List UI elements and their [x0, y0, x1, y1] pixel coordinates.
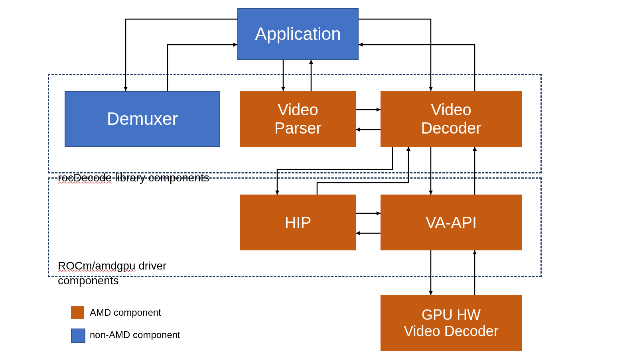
legend-amd-label: AMD component [90, 307, 161, 318]
node-video-decoder: Video Decoder [381, 91, 522, 147]
legend-nonamd-label: non-AMD component [90, 329, 180, 340]
node-video-parser-label: Video Parser [274, 100, 322, 137]
node-video-decoder-label: Video Decoder [421, 100, 481, 137]
legend-nonamd-swatch [71, 329, 85, 343]
group-driver-label: ROCm/amdgpu driver components [58, 244, 217, 288]
node-demuxer: Demuxer [65, 91, 220, 147]
node-gpu-hw-label: GPU HW Video Decoder [404, 307, 499, 340]
node-application: Application [237, 8, 359, 60]
legend-amd-swatch [71, 306, 84, 319]
group-library-label: rocDecode library components [58, 156, 209, 185]
node-vaapi: VA-API [381, 195, 522, 250]
group-driver-name: ROCm/amdgpu [58, 260, 136, 272]
node-hip-label: HIP [285, 213, 312, 232]
node-hip: HIP [240, 195, 356, 250]
group-library-suffix: library components [112, 171, 209, 184]
group-library-name: rocDecode [58, 171, 112, 184]
node-video-parser: Video Parser [240, 91, 356, 147]
node-demuxer-label: Demuxer [107, 109, 178, 129]
node-application-label: Application [255, 24, 341, 44]
node-gpu-hw: GPU HW Video Decoder [381, 295, 522, 351]
node-vaapi-label: VA-API [426, 213, 477, 232]
